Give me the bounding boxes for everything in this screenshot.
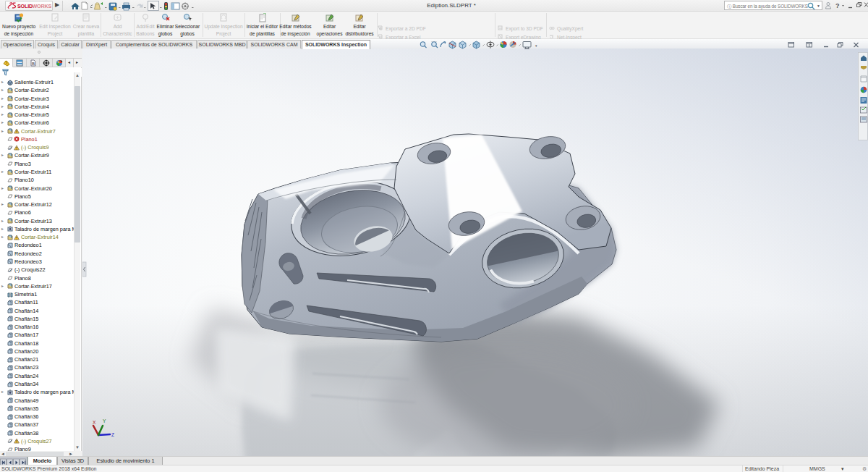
svg-text:B: B — [32, 62, 35, 66]
svg-text:Y: Y — [103, 418, 106, 423]
svg-text:?: ? — [835, 2, 840, 9]
svg-text:X: X — [93, 420, 96, 425]
svg-text:Z: Z — [111, 432, 114, 437]
